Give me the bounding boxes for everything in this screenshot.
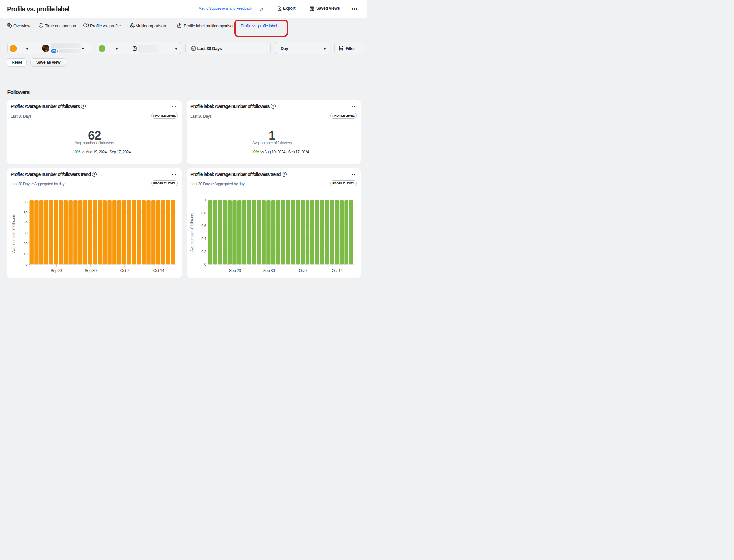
svg-text:50: 50 — [24, 210, 28, 214]
svg-text:0: 0 — [204, 262, 206, 266]
svg-text:Sep 30: Sep 30 — [263, 268, 275, 273]
svg-text:P: P — [134, 47, 135, 50]
svg-text:Sep 23: Sep 23 — [51, 268, 62, 273]
svg-text:Oct 14: Oct 14 — [153, 268, 165, 273]
svg-text:Oct 7: Oct 7 — [120, 268, 129, 273]
svg-text:0.6: 0.6 — [201, 224, 206, 228]
svg-text:0: 0 — [25, 262, 27, 266]
svg-text:60: 60 — [24, 200, 28, 204]
svg-text:P: P — [179, 25, 180, 28]
svg-text:10: 10 — [24, 252, 28, 256]
svg-text:Avg. number of followers: Avg. number of followers — [11, 214, 16, 253]
svg-text:Avg. number of followers: Avg. number of followers — [190, 213, 194, 252]
svg-text:0.8: 0.8 — [201, 211, 206, 215]
svg-text:20: 20 — [24, 242, 28, 246]
svg-text:Oct 14: Oct 14 — [331, 268, 343, 273]
svg-text:0.4: 0.4 — [201, 237, 206, 241]
svg-text:0.2: 0.2 — [201, 250, 206, 254]
svg-text:40: 40 — [24, 221, 28, 225]
svg-text:30: 30 — [24, 231, 28, 235]
svg-text:Sep 23: Sep 23 — [229, 268, 241, 273]
svg-text:Oct 7: Oct 7 — [299, 268, 307, 273]
svg-text:Sep 30: Sep 30 — [85, 268, 97, 273]
svg-text:1: 1 — [204, 198, 206, 202]
